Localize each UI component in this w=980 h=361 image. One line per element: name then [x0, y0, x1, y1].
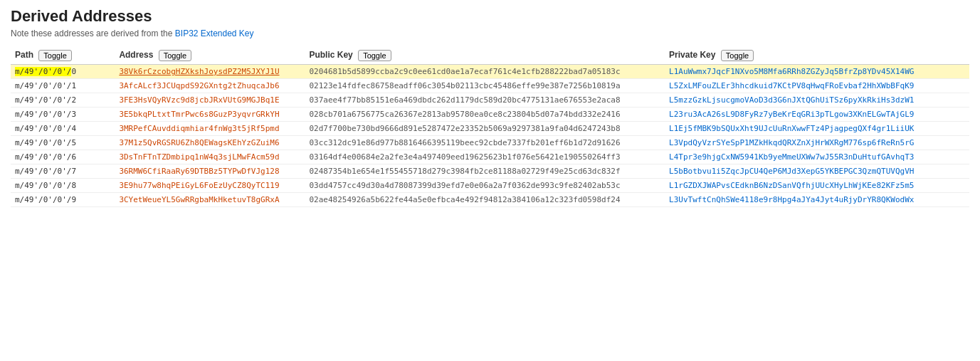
privkey-cell: L3VpdQyVzrSYeSpP1MZkHkqdQRXZnXjHrWXRgM77…: [665, 136, 969, 150]
pubkey-cell: 02487354b1e654e1f55455718d279c3984fb2ce8…: [305, 164, 665, 179]
pubkey-value: 03164df4e00684e2a2fe3e4a497409eed1962562…: [309, 152, 620, 162]
page-title: Derived Addresses: [11, 7, 969, 26]
pubkey-cell: 03cc312dc91e86d977b8816466395119beec92cb…: [305, 136, 665, 150]
pubkey-value: 02d7f700be730bd9666d891e5287472e23352b50…: [309, 124, 620, 133]
pubkey-value: 037aee4f77bb85151e6a469dbdc262d1179dc589…: [309, 95, 620, 105]
pubkey-value: 02123e14fdfec86758eadff06c3054b02113cbc4…: [309, 81, 620, 90]
address-label: Address: [119, 50, 153, 60]
privkey-value: L1Ej5fMBK9bSQUxXht9UJcUuRnXwwFTz4Pjagpeg…: [669, 124, 914, 133]
path-value: m/49'/0'/0'/8: [15, 181, 76, 190]
privkey-cell: L23ru3AcA26sL9D8FyRz7yBeKrEqGRi3pTLgow3X…: [665, 108, 969, 122]
col-header-address: Address Toggle: [115, 47, 305, 65]
pubkey-cell: 028cb701a6756775ca26367e2813ab95780ea0ce…: [305, 108, 665, 122]
pubkey-cell: 02ae48254926a5b622fe44a5e0efbca4e492f948…: [305, 193, 665, 207]
table-row: m/49'/0'/0'/736RMW6CfiRaaRy69DTBBz5TYPwD…: [11, 164, 969, 179]
table-row: m/49'/0'/0'/33E5bkqPLtxtTmrPwc6s8GuzP3yq…: [11, 108, 969, 122]
path-label: Path: [15, 50, 33, 60]
path-toggle-button[interactable]: Toggle: [38, 50, 71, 61]
subtitle: Note these addresses are derived from th…: [11, 28, 969, 38]
path-cell: m/49'/0'/0'/9: [11, 193, 115, 207]
address-value: 3FE3HsVQyRVzc9d8jcbJRxVUtG9MGJBq1E: [119, 95, 279, 105]
pubkey-value: 02ae48254926a5b622fe44a5e0efbca4e492f948…: [309, 195, 620, 204]
address-toggle-button[interactable]: Toggle: [159, 50, 191, 61]
privkey-value: L1AuWwmx7JqcF1NXvo5M8Mfa6RRh8ZGZyJq5BfrZ…: [669, 67, 914, 76]
privkey-value: L5mzzGzkLjsucgmoVAoD3d3G6nJXtQGhUiTSz6py…: [669, 95, 914, 105]
address-value: 3MRPefCAuvddiqmhiar4fnWg3t5jRf5pmd: [119, 124, 279, 133]
address-value: 3DsTnFTnTZDmbipq1nW4q3sjLMwFAcm59d: [119, 152, 279, 162]
path-value: m/49'/0'/0'/6: [15, 152, 76, 162]
privkey-value: L3VpdQyVzrSYeSpP1MZkHkqdQRXZnXjHrWXRgM77…: [669, 138, 914, 147]
path-value: m/49'/0'/0'/3: [15, 110, 76, 119]
col-header-privkey: Private Key Toggle: [665, 47, 969, 65]
address-value: 38Vk6rCzcobgHZXkshJoysdPZ2M5JXYJ1U: [119, 67, 279, 76]
privkey-cell: L5bBotbvu1i5ZqcJpCU4QeP6MJd3XepG5YKBEPGC…: [665, 164, 969, 179]
pubkey-value: 02487354b1e654e1f55455718d279c3984fb2ce8…: [309, 167, 620, 176]
col-header-path: Path Toggle: [11, 47, 115, 65]
col-header-pubkey: Public Key Toggle: [305, 47, 665, 65]
path-value: m/49'/0'/0'/4: [15, 124, 76, 133]
pubkey-value: 028cb701a6756775ca26367e2813ab95780ea0ce…: [309, 110, 620, 119]
table-row: m/49'/0'/0'/43MRPefCAuvddiqmhiar4fnWg3t5…: [11, 122, 969, 136]
privkey-value: L1rGZDXJWAPvsCEdknB6NzDSanVQfhjUUcXHyLhW…: [669, 181, 914, 190]
privkey-cell: L1AuWwmx7JqcF1NXvo5M8Mfa6RRh8ZGZyJq5BfrZ…: [665, 65, 969, 79]
path-cell: m/49'/0'/0'/7: [11, 164, 115, 179]
address-cell: 36RMW6CfiRaaRy69DTBBz5TYPwDfVJg128: [115, 164, 305, 179]
privkey-cell: L4Tpr3e9hjgCxNW5941Kb9yeMmeUXWw7wJ55R3nD…: [665, 150, 969, 164]
address-value: 37M1z5QvRGSRU6Zh8QEWagsKEhYzGZuiM6: [119, 138, 279, 147]
pubkey-cell: 02123e14fdfec86758eadff06c3054b02113cbc4…: [305, 79, 665, 93]
path-value: m/49'/0'/0'/5: [15, 138, 76, 147]
address-value: 36RMW6CfiRaaRy69DTBBz5TYPwDfVJg128: [119, 167, 279, 176]
pubkey-value: 0204681b5d5899ccba2c9c0ee61cd0ae1a7ecaf7…: [309, 67, 620, 76]
address-cell: 38Vk6rCzcobgHZXkshJoysdPZ2M5JXYJ1U: [115, 65, 305, 79]
path-cell: m/49'/0'/0'/0: [11, 65, 115, 79]
privkey-cell: L1rGZDXJWAPvsCEdknB6NzDSanVQfhjUUcXHyLhW…: [665, 179, 969, 193]
address-cell: 37M1z5QvRGSRU6Zh8QEWagsKEhYzGZuiM6: [115, 136, 305, 150]
pubkey-cell: 037aee4f77bb85151e6a469dbdc262d1179dc589…: [305, 93, 665, 108]
privkey-value: L4Tpr3e9hjgCxNW5941Kb9yeMmeUXWw7wJ55R3nD…: [669, 152, 914, 162]
path-cell: m/49'/0'/0'/6: [11, 150, 115, 164]
pubkey-value: 03cc312dc91e86d977b8816466395119beec92cb…: [309, 138, 620, 147]
pubkey-value: 03dd4757cc49d30a4d78087399d39efd7e0e06a2…: [309, 181, 620, 190]
privkey-value: L23ru3AcA26sL9D8FyRz7yBeKrEqGRi3pTLgow3X…: [669, 110, 914, 119]
path-value: m/49'/0'/0'/2: [15, 95, 76, 105]
derived-addresses-table: Path Toggle Address Toggle Public Key To…: [11, 47, 969, 207]
path-value: m/49'/0'/0'/9: [15, 195, 76, 204]
path-cell: m/49'/0'/0'/1: [11, 79, 115, 93]
path-suffix: 0: [71, 67, 76, 76]
table-row: m/49'/0'/0'/23FE3HsVQyRVzc9d8jcbJRxVUtG9…: [11, 93, 969, 108]
table-row: m/49'/0'/0'/13AfcALcf3JCUqpdS92GXntg2tZh…: [11, 79, 969, 93]
path-highlighted: m/49'/0'/0'/: [15, 67, 71, 76]
path-value: m/49'/0'/0'/7: [15, 167, 76, 176]
path-cell: m/49'/0'/0'/3: [11, 108, 115, 122]
address-cell: 3E9hu77w8hqPEiGyL6FoEzUyCZ8QyTC119: [115, 179, 305, 193]
table-row: m/49'/0'/0'/83E9hu77w8hqPEiGyL6FoEzUyCZ8…: [11, 179, 969, 193]
address-cell: 3DsTnFTnTZDmbipq1nW4q3sjLMwFAcm59d: [115, 150, 305, 164]
address-cell: 3FE3HsVQyRVzc9d8jcbJRxVUtG9MGJBq1E: [115, 93, 305, 108]
pubkey-cell: 03164df4e00684e2a2fe3e4a497409eed1962562…: [305, 150, 665, 164]
privkey-cell: L3UvTwftCnQhSWe4118e9r8Hpg4aJYa4Jyt4uRjy…: [665, 193, 969, 207]
bip32-link[interactable]: BIP32 Extended Key: [175, 28, 254, 38]
address-cell: 3CYetWeueYL5GwRRgbaMkHketuvT8gGRxA: [115, 193, 305, 207]
address-cell: 3AfcALcf3JCUqpdS92GXntg2tZhuqcaJb6: [115, 79, 305, 93]
pubkey-cell: 0204681b5d5899ccba2c9c0ee61cd0ae1a7ecaf7…: [305, 65, 665, 79]
address-value: 3CYetWeueYL5GwRRgbaMkHketuvT8gGRxA: [119, 195, 279, 204]
privkey-cell: L5ZxLMFouZLEr3hhcdkuid7KCtPV8qHwqFRoEvba…: [665, 79, 969, 93]
path-cell: m/49'/0'/0'/2: [11, 93, 115, 108]
path-cell: m/49'/0'/0'/8: [11, 179, 115, 193]
address-value: 3E9hu77w8hqPEiGyL6FoEzUyCZ8QyTC119: [119, 181, 279, 190]
address-cell: 3E5bkqPLtxtTmrPwc6s8GuzP3yqvrGRkYH: [115, 108, 305, 122]
address-cell: 3MRPefCAuvddiqmhiar4fnWg3t5jRf5pmd: [115, 122, 305, 136]
privkey-label: Private Key: [669, 50, 715, 60]
table-row: m/49'/0'/0'/93CYetWeueYL5GwRRgbaMkHketuv…: [11, 193, 969, 207]
table-row: m/49'/0'/0'/63DsTnFTnTZDmbipq1nW4q3sjLMw…: [11, 150, 969, 164]
privkey-value: L3UvTwftCnQhSWe4118e9r8Hpg4aJYa4Jyt4uRjy…: [669, 195, 914, 204]
privkey-value: L5ZxLMFouZLEr3hhcdkuid7KCtPV8qHwqFRoEvba…: [669, 81, 914, 90]
pubkey-cell: 03dd4757cc49d30a4d78087399d39efd7e0e06a2…: [305, 179, 665, 193]
pubkey-toggle-button[interactable]: Toggle: [358, 50, 391, 61]
privkey-toggle-button[interactable]: Toggle: [721, 50, 754, 61]
pubkey-label: Public Key: [309, 50, 352, 60]
address-value: 3AfcALcf3JCUqpdS92GXntg2tZhuqcaJb6: [119, 81, 279, 90]
privkey-cell: L5mzzGzkLjsucgmoVAoD3d3G6nJXtQGhUiTSz6py…: [665, 93, 969, 108]
path-cell: m/49'/0'/0'/5: [11, 136, 115, 150]
privkey-cell: L1Ej5fMBK9bSQUxXht9UJcUuRnXwwFTz4Pjagpeg…: [665, 122, 969, 136]
